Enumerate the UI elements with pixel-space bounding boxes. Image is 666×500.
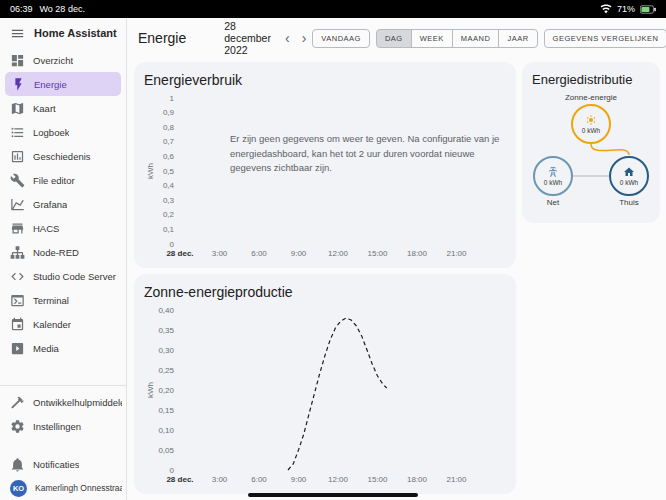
sidebar-item-logboek[interactable]: Logboek	[0, 120, 126, 144]
energy-consumption-chart[interactable]: Er zijn geen gegevens om weer te geven. …	[144, 90, 506, 262]
wrench-icon	[10, 173, 25, 188]
svg-text:18:00: 18:00	[407, 475, 428, 484]
svg-text:9:00: 9:00	[291, 249, 307, 258]
sidebar-item-label: Instellingen	[33, 421, 81, 432]
card-title: Energieverbruik	[144, 72, 506, 88]
energy-consumption-card: Energieverbruik Er zijn geen gegevens om…	[134, 62, 516, 268]
svg-text:0,10: 0,10	[158, 426, 174, 435]
battery-icon	[640, 5, 656, 14]
gear-icon	[10, 419, 25, 434]
sidebar-divider	[0, 385, 126, 386]
home-indicator[interactable]	[248, 493, 418, 497]
solar-production-chart[interactable]: 00,050,100,150,200,250,300,350,4028 dec.…	[144, 302, 506, 488]
home-value: 0 kWh	[620, 179, 638, 186]
map-icon	[10, 101, 25, 116]
sidebar-item-label: Logboek	[33, 127, 69, 138]
sidebar-item-media[interactable]: Media	[0, 336, 126, 360]
svg-text:21:00: 21:00	[446, 475, 467, 484]
sidebar-item-file-editor[interactable]: File editor	[0, 168, 126, 192]
chart-line-icon	[10, 197, 25, 212]
sidebar-item-energie[interactable]: Energie	[5, 72, 121, 96]
solar-circle[interactable]: 0 kWh	[571, 104, 611, 144]
svg-text:0,30: 0,30	[158, 346, 174, 355]
svg-text:0,2: 0,2	[163, 210, 175, 219]
play-box-icon	[10, 341, 25, 356]
sidebar-item-overzicht[interactable]: Overzicht	[0, 48, 126, 72]
solar-power-icon	[585, 114, 597, 126]
wifi-icon	[600, 3, 612, 15]
sidebar-item-label: HACS	[33, 223, 59, 234]
period-button-dag[interactable]: DAG	[376, 29, 412, 48]
svg-text:15:00: 15:00	[367, 475, 388, 484]
date-picker: 28 december 2022 ‹ ›	[224, 20, 312, 56]
sidebar-item-terminal[interactable]: Terminal	[0, 288, 126, 312]
sidebar-item-hacs[interactable]: HACS	[0, 216, 126, 240]
content-area: Energieverbruik Er zijn geen gegevens om…	[128, 60, 666, 500]
sidebar-item-ontwikkelhulpmiddelen[interactable]: Ontwikkelhulpmiddelen	[0, 390, 126, 414]
home-circle[interactable]: 0 kWh	[609, 156, 649, 196]
sidebar-item-geschiedenis[interactable]: Geschiedenis	[0, 144, 126, 168]
lightning-bolt-icon	[11, 77, 26, 92]
home-icon	[623, 166, 635, 178]
notifications-label: Notificaties	[33, 459, 79, 470]
svg-text:0,20: 0,20	[158, 386, 174, 395]
sidebar-item-kalender[interactable]: Kalender	[0, 312, 126, 336]
period-button-week[interactable]: WEEK	[411, 29, 453, 48]
svg-text:0,3: 0,3	[163, 196, 175, 205]
svg-text:15:00: 15:00	[367, 249, 388, 258]
svg-text:0,8: 0,8	[163, 123, 175, 132]
svg-text:0: 0	[170, 466, 175, 475]
today-button[interactable]: VANDAAG	[312, 29, 370, 48]
period-button-maand[interactable]: MAAND	[452, 29, 500, 48]
period-segmented-control: DAG WEEK MAAND JAAR	[376, 29, 538, 48]
svg-text:0,6: 0,6	[163, 152, 175, 161]
solar-production-card: Zonne-energieproductie 00,050,100,150,20…	[134, 274, 516, 494]
card-title: Zonne-energieproductie	[144, 284, 506, 300]
sidebar-item-label: Terminal	[33, 295, 69, 306]
sidebar-item-label: Geschiedenis	[33, 151, 91, 162]
grid-circle[interactable]: 0 kWh	[533, 156, 573, 196]
svg-text:28 dec.: 28 dec.	[166, 249, 193, 258]
calendar-icon	[10, 317, 25, 332]
sidebar-item-label: File editor	[33, 175, 75, 186]
svg-text:0: 0	[170, 240, 175, 249]
sidebar-item-label: Node-RED	[33, 247, 79, 258]
svg-text:0,35: 0,35	[158, 326, 174, 335]
sidebar-item-instellingen[interactable]: Instellingen	[0, 414, 126, 438]
sidebar-item-kaart[interactable]: Kaart	[0, 96, 126, 120]
next-date-button[interactable]: ›	[296, 31, 313, 45]
sidebar-item-label: Ontwikkelhulpmiddelen	[33, 397, 122, 408]
svg-text:0,15: 0,15	[158, 406, 174, 415]
app-title: Home Assistant	[34, 27, 117, 39]
svg-text:0,9: 0,9	[163, 108, 175, 117]
menu-icon[interactable]	[10, 26, 25, 41]
sidebar-item-notificaties[interactable]: Notificaties	[0, 452, 126, 476]
solar-value: 0 kWh	[582, 127, 600, 134]
sidebar-item-label: Kaart	[33, 103, 56, 114]
sidebar-item-grafana[interactable]: Grafana	[0, 192, 126, 216]
svg-text:6:00: 6:00	[251, 249, 267, 258]
svg-text:3:00: 3:00	[212, 249, 228, 258]
sidebar-item-studio-code-server[interactable]: Studio Code Server	[0, 264, 126, 288]
svg-text:kWh: kWh	[146, 163, 155, 179]
date-label[interactable]: 28 december 2022	[224, 20, 271, 56]
status-bar: 06:39 Wo 28 dec. 71%	[0, 0, 666, 18]
sidebar-item-label: Media	[33, 343, 59, 354]
svg-text:28 dec.: 28 dec.	[166, 475, 193, 484]
user-name: Kamerlingh Onnesstraat	[35, 483, 122, 493]
svg-text:0,40: 0,40	[158, 306, 174, 315]
code-tags-icon	[10, 269, 25, 284]
prev-date-button[interactable]: ‹	[279, 31, 296, 45]
period-button-jaar[interactable]: JAAR	[498, 29, 537, 48]
empty-chart-message: Er zijn geen gegevens om weer te geven. …	[230, 132, 502, 176]
main-area: Energie 28 december 2022 ‹ › VANDAAG DAG…	[128, 18, 666, 500]
sidebar-item-label: Studio Code Server	[33, 271, 116, 282]
compare-data-button[interactable]: GEGEVENS VERGELIJKEN	[544, 29, 666, 48]
card-title: Energiedistributie	[532, 72, 650, 87]
svg-text:kWh: kWh	[146, 382, 155, 398]
svg-text:12:00: 12:00	[328, 249, 349, 258]
sidebar-item-node-red[interactable]: Node-RED	[0, 240, 126, 264]
svg-text:1: 1	[170, 94, 175, 103]
sidebar-user[interactable]: KO Kamerlingh Onnesstraat	[0, 476, 126, 500]
sidebar-spacer	[0, 360, 126, 381]
